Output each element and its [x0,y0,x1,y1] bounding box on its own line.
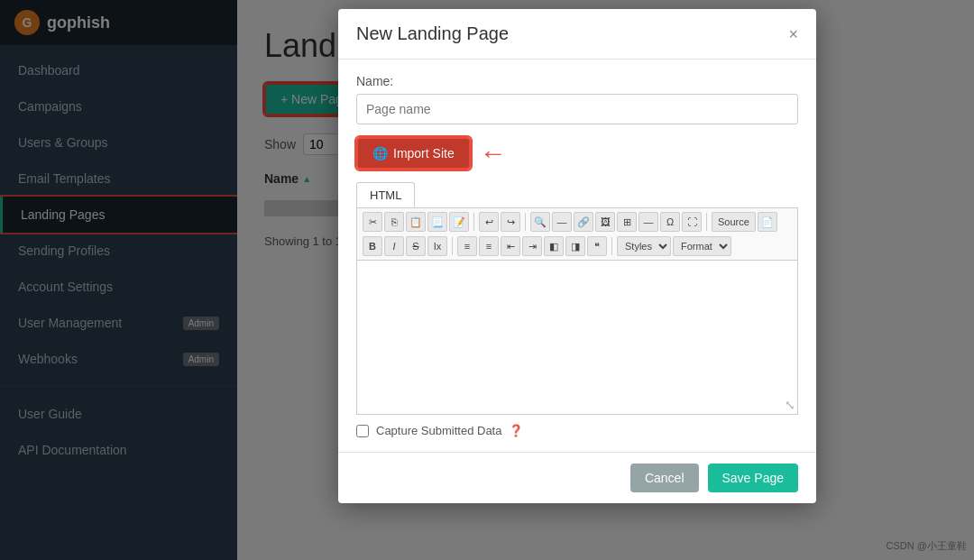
import-section: 🌐 Import Site ← [356,137,798,170]
toolbar-indent-right[interactable]: ⇥ [522,236,542,256]
toolbar-paste[interactable]: 📋 [406,212,426,232]
toolbar-hline[interactable]: — [639,212,658,232]
toolbar-sep-1 [473,213,474,231]
toolbar-bold[interactable]: B [363,236,382,256]
toolbar-subscript[interactable]: Ix [427,236,447,256]
format-select[interactable]: Format [673,236,731,256]
modal-title: New Landing Page [356,23,509,44]
capture-section: Capture Submitted Data ❓ [356,424,798,437]
globe-icon: 🌐 [372,146,388,161]
modal-header: New Landing Page × [338,9,816,60]
toolbar-paste2[interactable]: 📃 [427,212,447,232]
toolbar-ul[interactable]: ≡ [479,236,499,256]
toolbar-align-left[interactable]: ◧ [544,236,564,256]
toolbar-source[interactable]: Source [712,212,756,232]
toolbar-find[interactable]: 🔍 [530,212,550,232]
toolbar-italic[interactable]: I [384,236,404,256]
editor-area[interactable]: ⤡ [356,261,798,415]
toolbar-undo[interactable]: ↩ [479,212,499,232]
toolbar-cut[interactable]: ✂ [363,212,382,232]
styles-select[interactable]: Styles [617,236,671,256]
modal-close-button[interactable]: × [788,26,798,42]
capture-submitted-label: Capture Submitted Data [376,424,501,437]
arrow-indicator: ← [480,140,507,167]
toolbar-paste3[interactable]: 📝 [449,212,469,232]
toolbar-sep-5 [611,237,612,255]
toolbar-redo[interactable]: ↪ [501,212,520,232]
toolbar-link[interactable]: 🔗 [574,212,593,232]
toolbar-indent-left[interactable]: ⇤ [501,236,520,256]
tab-html[interactable]: HTML [356,182,415,207]
toolbar-sep-4 [452,237,453,255]
toolbar-strike[interactable]: S [406,236,426,256]
toolbar-sep-3 [706,213,707,231]
html-tabs: HTML [356,182,798,208]
modal-body: Name: 🌐 Import Site ← HTML ✂ ⎘ 📋 📃 📝 [338,60,816,452]
editor-toolbar: ✂ ⎘ 📋 📃 📝 ↩ ↪ 🔍 — 🔗 🖼 ⊞ — Ω ⛶ [356,208,798,261]
cancel-button[interactable]: Cancel [630,464,699,492]
modal-footer: Cancel Save Page [338,452,816,503]
page-name-input[interactable] [356,94,798,124]
import-site-button[interactable]: 🌐 Import Site [356,137,471,170]
toolbar-ol[interactable]: ≡ [457,236,477,256]
modal: New Landing Page × Name: 🌐 Import Site ←… [338,9,816,503]
toolbar-sep-2 [525,213,526,231]
toolbar-table[interactable]: ⊞ [617,212,637,232]
name-label: Name: [356,74,798,88]
capture-submitted-checkbox[interactable] [356,425,369,437]
toolbar-row-1: ✂ ⎘ 📋 📃 📝 ↩ ↪ 🔍 — 🔗 🖼 ⊞ — Ω ⛶ [363,212,792,232]
toolbar-fullscreen[interactable]: ⛶ [682,212,702,232]
toolbar-replace[interactable]: — [552,212,572,232]
toolbar-image[interactable]: 🖼 [595,212,615,232]
toolbar-smiley[interactable]: Ω [660,212,680,232]
toolbar-templates[interactable]: 📄 [758,212,777,232]
editor-content[interactable] [357,261,797,414]
toolbar-align-right[interactable]: ◨ [565,236,585,256]
help-icon[interactable]: ❓ [509,424,523,437]
resize-handle-icon: ⤡ [785,398,795,412]
save-page-button[interactable]: Save Page [708,464,799,492]
toolbar-blockquote[interactable]: ❝ [587,236,607,256]
toolbar-copy[interactable]: ⎘ [384,212,404,232]
toolbar-row-2: B I S Ix ≡ ≡ ⇤ ⇥ ◧ ◨ ❝ Styles [363,236,792,256]
modal-overlay: New Landing Page × Name: 🌐 Import Site ←… [0,0,974,560]
